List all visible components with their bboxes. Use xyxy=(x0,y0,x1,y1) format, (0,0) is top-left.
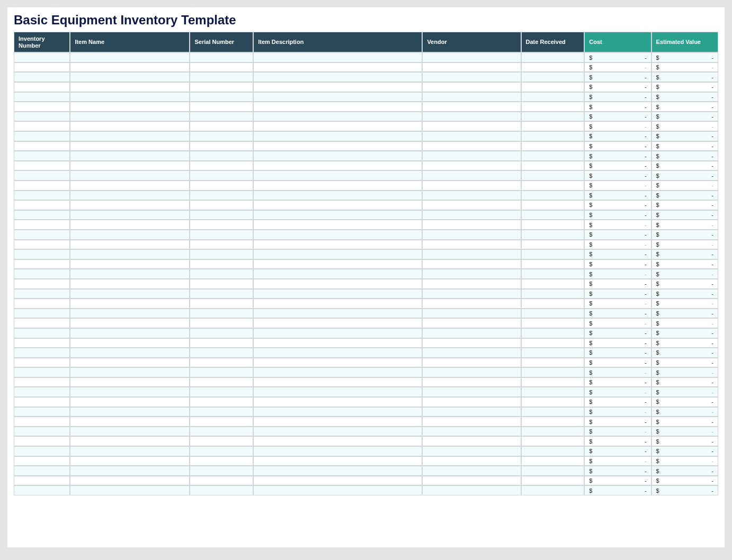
table-cell[interactable] xyxy=(70,191,190,201)
table-cell[interactable]: $- xyxy=(584,161,651,171)
table-cell[interactable] xyxy=(14,397,70,407)
table-cell[interactable] xyxy=(521,446,585,456)
table-cell[interactable]: $- xyxy=(651,72,718,82)
table-cell[interactable] xyxy=(190,52,253,62)
table-cell[interactable]: $- xyxy=(651,62,718,73)
table-cell[interactable]: $- xyxy=(651,446,718,456)
table-cell[interactable] xyxy=(521,191,585,201)
table-cell[interactable] xyxy=(521,338,585,348)
table-cell[interactable] xyxy=(253,92,422,102)
table-cell[interactable] xyxy=(253,259,422,269)
table-cell[interactable] xyxy=(14,446,70,456)
table-cell[interactable] xyxy=(422,427,521,437)
table-cell[interactable] xyxy=(253,72,422,82)
table-cell[interactable] xyxy=(422,338,521,348)
table-cell[interactable]: $- xyxy=(584,240,651,250)
table-cell[interactable] xyxy=(253,289,422,299)
table-cell[interactable] xyxy=(253,269,422,279)
table-cell[interactable] xyxy=(14,92,70,102)
table-cell[interactable] xyxy=(253,377,422,387)
table-cell[interactable] xyxy=(422,151,521,161)
table-cell[interactable]: $- xyxy=(584,200,651,210)
table-cell[interactable] xyxy=(422,318,521,328)
table-cell[interactable] xyxy=(253,279,422,289)
table-cell[interactable] xyxy=(253,200,422,210)
table-cell[interactable] xyxy=(14,180,70,191)
table-cell[interactable]: $- xyxy=(651,309,718,319)
table-cell[interactable]: $- xyxy=(651,131,718,141)
table-cell[interactable] xyxy=(253,348,422,358)
table-cell[interactable] xyxy=(422,387,521,397)
table-cell[interactable]: $- xyxy=(584,230,651,240)
table-cell[interactable] xyxy=(521,289,585,299)
table-cell[interactable] xyxy=(253,338,422,348)
table-cell[interactable]: $- xyxy=(651,102,718,112)
table-cell[interactable] xyxy=(253,180,422,191)
table-cell[interactable] xyxy=(521,72,585,82)
table-cell[interactable] xyxy=(14,407,70,417)
table-cell[interactable]: $- xyxy=(651,466,718,476)
table-cell[interactable]: $- xyxy=(584,397,651,407)
table-cell[interactable]: $- xyxy=(584,377,651,387)
table-cell[interactable] xyxy=(422,476,521,486)
table-cell[interactable] xyxy=(190,240,253,250)
table-cell[interactable] xyxy=(190,161,253,171)
table-cell[interactable] xyxy=(14,52,70,62)
table-cell[interactable] xyxy=(521,230,585,240)
table-cell[interactable] xyxy=(253,309,422,319)
table-cell[interactable]: $- xyxy=(651,407,718,417)
table-cell[interactable]: $- xyxy=(651,269,718,279)
table-cell[interactable] xyxy=(70,121,190,131)
table-cell[interactable]: $- xyxy=(651,161,718,171)
table-cell[interactable] xyxy=(70,328,190,338)
table-cell[interactable] xyxy=(70,466,190,476)
table-cell[interactable] xyxy=(14,131,70,141)
table-cell[interactable]: $- xyxy=(651,200,718,210)
table-cell[interactable]: $- xyxy=(584,436,651,446)
table-cell[interactable]: $- xyxy=(651,170,718,180)
table-cell[interactable] xyxy=(190,397,253,407)
table-cell[interactable]: $- xyxy=(651,289,718,299)
table-cell[interactable] xyxy=(70,289,190,299)
table-cell[interactable] xyxy=(70,358,190,368)
table-cell[interactable] xyxy=(422,102,521,112)
table-cell[interactable]: $- xyxy=(651,348,718,358)
table-cell[interactable]: $- xyxy=(584,485,651,495)
table-cell[interactable]: $- xyxy=(651,417,718,427)
table-cell[interactable] xyxy=(521,259,585,269)
table-cell[interactable] xyxy=(422,200,521,210)
table-cell[interactable] xyxy=(190,407,253,417)
table-cell[interactable] xyxy=(521,328,585,338)
table-cell[interactable] xyxy=(14,112,70,122)
table-cell[interactable]: $- xyxy=(651,456,718,466)
table-cell[interactable]: $- xyxy=(584,92,651,102)
table-cell[interactable] xyxy=(14,387,70,397)
table-cell[interactable] xyxy=(422,358,521,368)
table-cell[interactable] xyxy=(422,240,521,250)
table-cell[interactable] xyxy=(14,485,70,495)
table-cell[interactable] xyxy=(190,348,253,358)
table-cell[interactable] xyxy=(190,387,253,397)
table-cell[interactable] xyxy=(521,210,585,220)
table-cell[interactable] xyxy=(14,377,70,387)
table-cell[interactable] xyxy=(190,249,253,259)
table-cell[interactable] xyxy=(190,72,253,82)
table-cell[interactable] xyxy=(14,299,70,309)
table-cell[interactable]: $- xyxy=(584,456,651,466)
table-cell[interactable] xyxy=(253,476,422,486)
table-cell[interactable] xyxy=(253,249,422,259)
table-cell[interactable] xyxy=(521,180,585,191)
table-cell[interactable] xyxy=(521,358,585,368)
table-cell[interactable] xyxy=(14,249,70,259)
table-cell[interactable] xyxy=(253,161,422,171)
table-cell[interactable]: $- xyxy=(651,240,718,250)
table-cell[interactable] xyxy=(253,436,422,446)
table-cell[interactable] xyxy=(521,151,585,161)
table-cell[interactable] xyxy=(190,328,253,338)
table-cell[interactable] xyxy=(253,112,422,122)
table-cell[interactable]: $- xyxy=(584,220,651,230)
table-cell[interactable] xyxy=(521,348,585,358)
table-cell[interactable] xyxy=(190,131,253,141)
table-cell[interactable] xyxy=(521,485,585,495)
table-cell[interactable] xyxy=(70,338,190,348)
